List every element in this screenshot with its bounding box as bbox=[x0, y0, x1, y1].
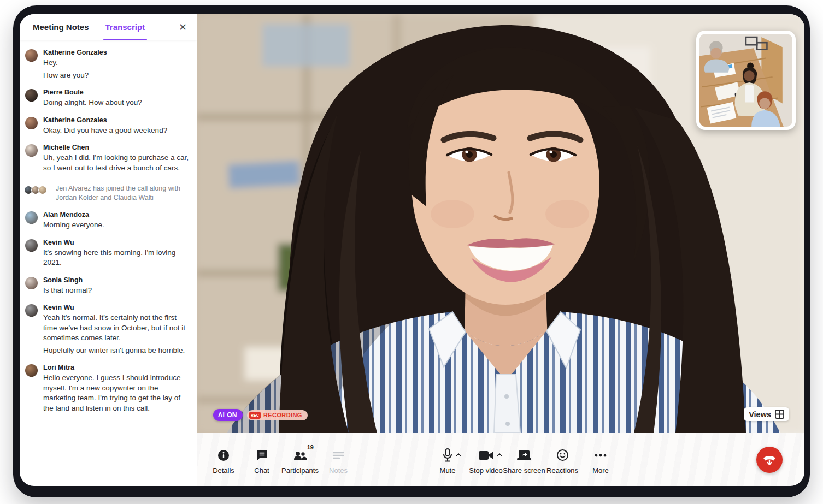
avatar bbox=[25, 144, 38, 157]
stop-video-button[interactable]: Stop video bbox=[467, 433, 505, 486]
avatar bbox=[25, 89, 38, 102]
message-text: How are you? bbox=[43, 70, 107, 81]
microphone-icon bbox=[443, 448, 452, 463]
message-text: Hey. bbox=[43, 58, 107, 68]
mute-button[interactable]: Mute bbox=[428, 433, 467, 486]
avatar bbox=[25, 239, 38, 252]
video-options-caret[interactable] bbox=[497, 453, 502, 456]
transcript-entry: Kevin Wu Yeah it's normal. It's certainl… bbox=[25, 304, 189, 358]
close-icon[interactable]: ✕ bbox=[179, 22, 187, 32]
speaker-name: Katherine Gonzales bbox=[43, 116, 167, 124]
side-panel: Meeting Notes Transcript ✕ Katherine Gon… bbox=[20, 14, 197, 486]
info-icon bbox=[217, 448, 230, 463]
speaker-name: Pierre Boule bbox=[43, 88, 142, 96]
chat-button[interactable]: Chat bbox=[243, 433, 281, 486]
message-text: Morning everyone. bbox=[43, 220, 104, 230]
pip-thumbnail[interactable] bbox=[696, 31, 796, 130]
smiley-icon bbox=[556, 448, 569, 463]
pip-room-image bbox=[699, 34, 792, 127]
ai-logo: Λi bbox=[218, 411, 225, 419]
details-label: Details bbox=[213, 466, 234, 475]
ai-on-label: ON bbox=[227, 411, 237, 419]
share-screen-button[interactable]: Share screen bbox=[505, 433, 543, 486]
app-stage: Meeting Notes Transcript ✕ Katherine Gon… bbox=[0, 0, 823, 504]
joined-avatars bbox=[24, 186, 51, 194]
side-panel-header: Meeting Notes Transcript ✕ bbox=[20, 14, 197, 40]
meeting-window: Meeting Notes Transcript ✕ Katherine Gon… bbox=[13, 5, 810, 497]
share-screen-label: Share screen bbox=[503, 466, 545, 475]
avatar bbox=[25, 277, 38, 289]
tab-meeting-notes[interactable]: Meeting Notes bbox=[33, 14, 89, 40]
hangup-button[interactable] bbox=[756, 447, 783, 473]
message-text: Okay. Did you have a good weekend? bbox=[43, 126, 167, 136]
message-text: Uh, yeah I did. I'm looking to purchase … bbox=[43, 153, 189, 173]
notes-icon bbox=[332, 448, 345, 463]
message-text: Hopefully our winter isn't gonna be horr… bbox=[43, 346, 189, 356]
recording-label: RECORDING bbox=[263, 412, 302, 418]
message-text: It's snowing here this morning. I'm lovi… bbox=[43, 248, 189, 268]
transcript-list[interactable]: Katherine Gonzales Hey.How are you? Pier… bbox=[20, 41, 197, 486]
chat-icon bbox=[256, 448, 268, 463]
transcript-entry: Pierre Boule Doing alright. How about yo… bbox=[25, 88, 189, 110]
message-text: Doing alright. How about you? bbox=[43, 98, 142, 108]
message-text: Is that normal? bbox=[43, 286, 92, 296]
more-button[interactable]: More bbox=[581, 433, 620, 486]
system-message: Jen Alvarez has joined the call along wi… bbox=[56, 184, 187, 203]
participants-count: 19 bbox=[307, 444, 314, 450]
avatar bbox=[25, 49, 38, 62]
call-controls-toolbar: Details Chat 19 bbox=[197, 433, 804, 486]
details-button[interactable]: Details bbox=[204, 433, 243, 486]
tab-transcript[interactable]: Transcript bbox=[105, 14, 145, 40]
speaker-name: Alan Mendoza bbox=[43, 211, 104, 218]
avatar bbox=[25, 364, 38, 377]
mute-options-caret[interactable] bbox=[456, 453, 461, 456]
avatar bbox=[25, 211, 38, 224]
transcript-entry: Katherine Gonzales Hey.How are you? bbox=[25, 49, 189, 82]
transcript-entry: Alan Mendoza Morning everyone. bbox=[25, 211, 189, 233]
recording-badge: REC RECORDING bbox=[247, 410, 307, 420]
transcript-entry: Lori Mitra Hello everyone. I guess I sho… bbox=[25, 364, 189, 416]
views-button[interactable]: Views bbox=[744, 407, 789, 421]
ai-toggle-badge[interactable]: Λi ON bbox=[213, 409, 243, 421]
joined-avatar bbox=[38, 186, 47, 194]
grid-view-icon bbox=[775, 410, 784, 419]
avatar bbox=[25, 304, 38, 317]
participants-button[interactable]: 19 Participants bbox=[281, 433, 319, 486]
participants-icon: 19 bbox=[293, 448, 307, 463]
reactions-button[interactable]: Reactions bbox=[543, 433, 581, 486]
participants-label: Participants bbox=[281, 466, 319, 475]
speaker-name: Michelle Chen bbox=[43, 144, 189, 151]
camera-icon bbox=[478, 448, 493, 463]
speaker-name: Sonia Singh bbox=[43, 276, 92, 284]
transcript-entry: Katherine Gonzales Okay. Did you have a … bbox=[25, 116, 189, 138]
transcript-entry: Michelle Chen Uh, yeah I did. I'm lookin… bbox=[25, 144, 189, 175]
message-text: Yeah it's normal. It's certainly not the… bbox=[43, 313, 189, 343]
speaker-name: Kevin Wu bbox=[43, 239, 189, 246]
views-label: Views bbox=[749, 410, 771, 419]
rec-icon: REC bbox=[249, 412, 261, 419]
speaker-name: Lori Mitra bbox=[43, 364, 189, 371]
notes-button: Notes bbox=[319, 433, 357, 486]
reactions-label: Reactions bbox=[546, 466, 578, 475]
transcript-system-entry: Jen Alvarez has joined the call along wi… bbox=[25, 184, 189, 203]
chat-label: Chat bbox=[254, 466, 269, 475]
share-screen-icon bbox=[516, 448, 532, 463]
transcript-entry: Kevin Wu It's snowing here this morning.… bbox=[25, 239, 189, 270]
transcript-entry: Sonia Singh Is that normal? bbox=[25, 276, 189, 298]
speaker-name: Kevin Wu bbox=[43, 304, 189, 311]
notes-label: Notes bbox=[329, 466, 348, 475]
mute-label: Mute bbox=[440, 466, 456, 475]
stop-video-label: Stop video bbox=[469, 466, 502, 475]
more-dots-icon bbox=[595, 448, 607, 463]
more-label: More bbox=[592, 466, 609, 475]
avatar bbox=[25, 117, 38, 129]
main-video-feed: Λi ON REC RECORDING Views bbox=[197, 14, 804, 433]
hangup-phone-icon bbox=[762, 452, 777, 467]
speaker-name: Katherine Gonzales bbox=[43, 49, 107, 56]
message-text: Hello everyone. I guess I should introdu… bbox=[43, 373, 189, 413]
